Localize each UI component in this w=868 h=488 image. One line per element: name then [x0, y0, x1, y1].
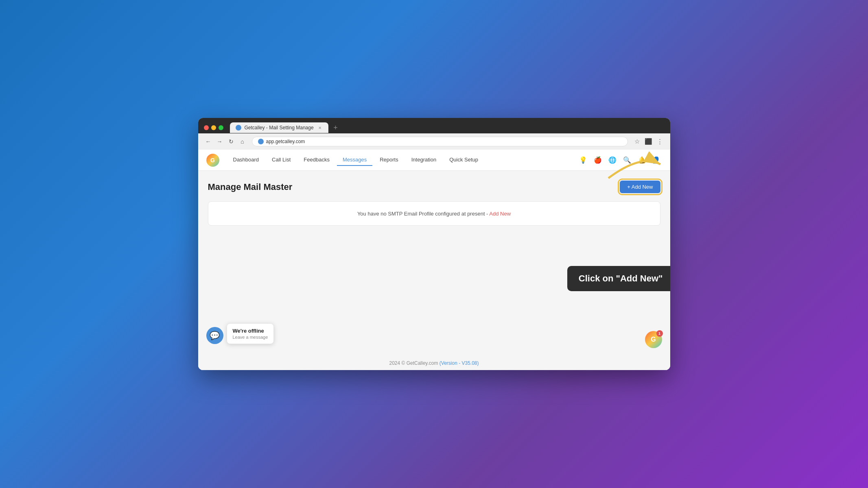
forward-button[interactable]: → [215, 137, 224, 146]
br-logo-icon[interactable]: G 1 [645, 331, 662, 348]
tab-title: Getcalley - Mail Setting Manage [245, 125, 314, 131]
footer-text: 2024 © GetCalley.com [389, 360, 438, 366]
search-icon[interactable]: 🔍 [621, 155, 633, 166]
chat-bubble[interactable]: 💬 [206, 327, 223, 344]
nav-links: Dashboard Call List Feedbacks Messages R… [227, 154, 577, 166]
page-content: Manage Mail Master + Add New You have no… [198, 171, 670, 356]
empty-message: You have no SMTP Email Profile configure… [357, 211, 511, 217]
nav-dashboard[interactable]: Dashboard [227, 154, 265, 166]
user-icon[interactable]: 👤 [651, 155, 662, 166]
bottom-right-logo: G 1 [645, 331, 662, 348]
nav-icons: 💡 🍎 🌐 🔍 🔔 👤 [577, 155, 662, 166]
url-favicon [258, 139, 264, 144]
minimize-button[interactable] [211, 125, 216, 130]
menu-icon[interactable]: ⋮ [656, 137, 665, 146]
bulb-icon[interactable]: 💡 [577, 155, 589, 166]
app-footer: 2024 © GetCalley.com (Version - V35.08) [198, 356, 670, 370]
nav-messages[interactable]: Messages [337, 154, 372, 166]
apple-icon[interactable]: 🍎 [592, 155, 603, 166]
traffic-lights [204, 125, 223, 130]
nav-reports[interactable]: Reports [374, 154, 404, 166]
globe-icon[interactable]: 🌐 [607, 155, 618, 166]
nav-buttons: ← → ↻ ⌂ [204, 137, 247, 146]
star-icon[interactable]: ☆ [633, 137, 642, 146]
chat-status: We're offline [233, 328, 268, 334]
nav-integration[interactable]: Integration [406, 154, 442, 166]
new-tab-button[interactable]: + [330, 122, 341, 133]
footer-version[interactable]: (Version - V35.08) [439, 360, 479, 366]
chat-widget: 💬 We're offline Leave a message [206, 323, 274, 344]
add-new-button[interactable]: + Add New [620, 181, 660, 193]
browser-window: Getcalley - Mail Setting Manage ✕ + ← → … [198, 118, 670, 370]
address-bar: ← → ↻ ⌂ app.getcalley.com ☆ ⬛ ⋮ [198, 133, 670, 150]
chat-sub-text: Leave a message [233, 335, 268, 340]
maximize-button[interactable] [219, 125, 223, 130]
reload-button[interactable]: ↻ [227, 137, 236, 146]
content-card: You have no SMTP Email Profile configure… [208, 201, 660, 226]
home-button[interactable]: ⌂ [238, 137, 247, 146]
app-logo: G [206, 154, 219, 167]
chat-popup: We're offline Leave a message [227, 323, 274, 344]
tab-close-icon[interactable]: ✕ [317, 125, 323, 131]
url-bar[interactable]: app.getcalley.com [252, 137, 628, 146]
nav-feedbacks[interactable]: Feedbacks [298, 154, 335, 166]
app-content: G Dashboard Call List Feedbacks Messages… [198, 150, 670, 370]
title-bar: Getcalley - Mail Setting Manage ✕ + [198, 118, 670, 133]
close-button[interactable] [204, 125, 209, 130]
nav-quick-setup[interactable]: Quick Setup [444, 154, 484, 166]
app-nav: G Dashboard Call List Feedbacks Messages… [198, 150, 670, 171]
active-tab[interactable]: Getcalley - Mail Setting Manage ✕ [230, 122, 328, 133]
notification-badge: 1 [656, 330, 663, 337]
tab-bar: Getcalley - Mail Setting Manage ✕ + [230, 122, 341, 133]
tab-favicon [236, 125, 241, 131]
extensions-icon[interactable]: ⬛ [644, 137, 653, 146]
address-actions: ☆ ⬛ ⋮ [633, 137, 665, 146]
page-title: Manage Mail Master [208, 182, 293, 192]
nav-call-list[interactable]: Call List [266, 154, 296, 166]
browser-chrome: Getcalley - Mail Setting Manage ✕ + ← → … [198, 118, 670, 150]
bell-icon[interactable]: 🔔 [636, 155, 647, 166]
back-button[interactable]: ← [204, 137, 213, 146]
logo-circle: G [206, 154, 219, 167]
tooltip-text: Click on "Add New" [567, 266, 670, 291]
empty-add-new-link[interactable]: Add New [489, 211, 511, 217]
page-header: Manage Mail Master + Add New [208, 181, 660, 193]
url-text: app.getcalley.com [266, 139, 305, 144]
